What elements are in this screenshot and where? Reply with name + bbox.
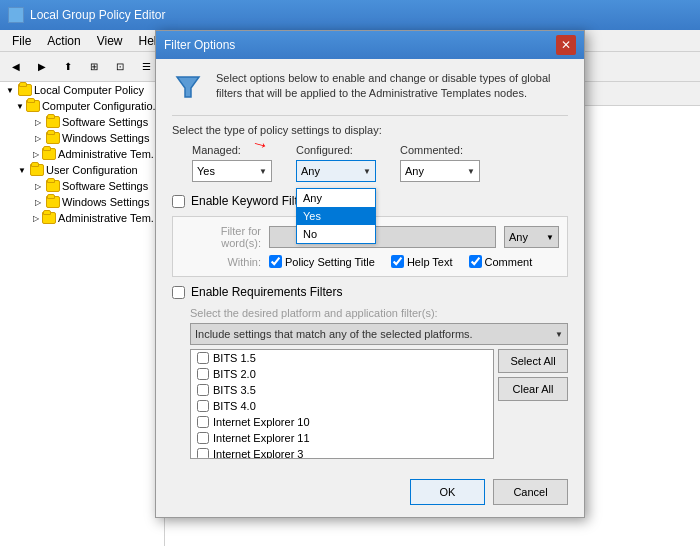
dialog-titlebar: Filter Options ✕ bbox=[156, 31, 584, 59]
list-item[interactable]: BITS 4.0 bbox=[191, 398, 493, 414]
sidebar-item-user-software[interactable]: ▷ Software Settings bbox=[0, 178, 164, 194]
commented-col: Commented: Any ▼ bbox=[400, 144, 480, 182]
dialog-body: Select options below to enable and chang… bbox=[156, 59, 584, 471]
comment-checkbox[interactable] bbox=[469, 255, 482, 268]
platform-name: BITS 2.0 bbox=[213, 368, 256, 380]
ok-button[interactable]: OK bbox=[410, 479, 485, 505]
filter-options-dialog: Filter Options ✕ Select options below to… bbox=[155, 30, 585, 518]
commented-value: Any bbox=[405, 165, 424, 177]
platform-name: Internet Explorer 11 bbox=[213, 432, 310, 444]
sidebar-item-computer-config[interactable]: ▼ Computer Configuratio... bbox=[0, 98, 164, 114]
expand-icon: ▼ bbox=[16, 164, 28, 176]
requirements-section: Enable Requirements Filters Select the d… bbox=[172, 285, 568, 459]
platform-dropdown-value: Include settings that match any of the s… bbox=[195, 328, 473, 340]
sidebar-item-admin-temp[interactable]: ▷ Administrative Tem... bbox=[0, 146, 164, 162]
keyword-checkbox[interactable] bbox=[172, 195, 185, 208]
configured-select[interactable]: Any ▼ bbox=[296, 160, 376, 182]
platform-dropdown-arrow: ▼ bbox=[555, 330, 563, 339]
sidebar: ▼ Local Computer Policy ▼ Computer Confi… bbox=[0, 82, 165, 546]
commented-select[interactable]: Any ▼ bbox=[400, 160, 480, 182]
platform-check[interactable] bbox=[197, 384, 209, 396]
managed-arrow: ▼ bbox=[259, 167, 267, 176]
toolbar-btn1[interactable]: ⊞ bbox=[82, 56, 106, 78]
toolbar-up[interactable]: ⬆ bbox=[56, 56, 80, 78]
menu-file[interactable]: File bbox=[4, 32, 39, 50]
requirements-checkbox[interactable] bbox=[172, 286, 185, 299]
dialog-close-button[interactable]: ✕ bbox=[556, 35, 576, 55]
expand-icon: ▼ bbox=[4, 84, 16, 96]
commented-label: Commented: bbox=[400, 144, 480, 156]
cancel-button[interactable]: Cancel bbox=[493, 479, 568, 505]
configured-dropdown: Any Yes No bbox=[296, 188, 376, 244]
comment-label: Comment bbox=[485, 256, 533, 268]
svg-marker-0 bbox=[177, 77, 199, 97]
sidebar-item-local-computer[interactable]: ▼ Local Computer Policy bbox=[0, 82, 164, 98]
sidebar-label: Software Settings bbox=[62, 116, 148, 128]
help-text-check-label: Help Text bbox=[391, 255, 453, 268]
toolbar-forward[interactable]: ▶ bbox=[30, 56, 54, 78]
dropdown-any[interactable]: Any bbox=[297, 189, 375, 207]
sidebar-item-user-windows[interactable]: ▷ Windows Settings bbox=[0, 194, 164, 210]
managed-col: Managed: Yes ▼ bbox=[192, 144, 272, 182]
expand-icon: ▷ bbox=[32, 212, 40, 224]
clear-all-button[interactable]: Clear All bbox=[498, 377, 568, 401]
list-item[interactable]: BITS 1.5 bbox=[191, 350, 493, 366]
menu-view[interactable]: View bbox=[89, 32, 131, 50]
expand-icon: ▷ bbox=[32, 180, 44, 192]
funnel-icon bbox=[174, 73, 202, 101]
platform-check[interactable] bbox=[197, 432, 209, 444]
list-item[interactable]: Internet Explorer 10 bbox=[191, 414, 493, 430]
separator1 bbox=[172, 115, 568, 116]
within-label: Within: bbox=[181, 256, 261, 268]
expand-icon: ▷ bbox=[32, 132, 44, 144]
list-item[interactable]: Internet Explorer 11 bbox=[191, 430, 493, 446]
dialog-title-group: Filter Options bbox=[164, 38, 235, 52]
dialog-description: Select options below to enable and chang… bbox=[216, 71, 568, 102]
policy-title-checkbox[interactable] bbox=[269, 255, 282, 268]
sidebar-item-user-admin[interactable]: ▷ Administrative Tem... bbox=[0, 210, 164, 226]
sidebar-label: User Configuration bbox=[46, 164, 138, 176]
list-item[interactable]: BITS 3.5 bbox=[191, 382, 493, 398]
requirements-checkbox-label: Enable Requirements Filters bbox=[191, 285, 342, 299]
platform-check[interactable] bbox=[197, 448, 209, 459]
managed-select[interactable]: Yes ▼ bbox=[192, 160, 272, 182]
keyword-any-value: Any bbox=[509, 231, 528, 243]
platform-check[interactable] bbox=[197, 352, 209, 364]
keyword-any-select[interactable]: Any ▼ bbox=[504, 226, 559, 248]
platform-check[interactable] bbox=[197, 400, 209, 412]
bg-titlebar: Local Group Policy Editor bbox=[0, 0, 700, 30]
dropdown-no[interactable]: No bbox=[297, 225, 375, 243]
toolbar-back[interactable]: ◀ bbox=[4, 56, 28, 78]
within-row: Within: Policy Setting Title Help Text C… bbox=[181, 255, 559, 268]
sidebar-label: Administrative Tem... bbox=[58, 212, 160, 224]
dropdown-yes[interactable]: Yes bbox=[297, 207, 375, 225]
filter-row: Managed: Yes ▼ Configured: Any ▼ Any Yes… bbox=[192, 144, 568, 182]
select-all-button[interactable]: Select All bbox=[498, 349, 568, 373]
folder-icon bbox=[46, 116, 60, 128]
folder-icon bbox=[42, 212, 56, 224]
toolbar-btn2[interactable]: ⊡ bbox=[108, 56, 132, 78]
menu-action[interactable]: Action bbox=[39, 32, 88, 50]
help-text-checkbox[interactable] bbox=[391, 255, 404, 268]
policy-title-check-label: Policy Setting Title bbox=[269, 255, 375, 268]
folder-icon bbox=[42, 148, 56, 160]
keyword-any-arrow: ▼ bbox=[546, 233, 554, 242]
list-item[interactable]: Internet Explorer 3 bbox=[191, 446, 493, 459]
platform-name: Internet Explorer 3 bbox=[213, 448, 304, 459]
sidebar-item-software[interactable]: ▷ Software Settings bbox=[0, 114, 164, 130]
platform-select-row: Include settings that match any of the s… bbox=[190, 323, 568, 345]
platform-check[interactable] bbox=[197, 416, 209, 428]
sidebar-label: Administrative Tem... bbox=[58, 148, 160, 160]
platform-dropdown[interactable]: Include settings that match any of the s… bbox=[190, 323, 568, 345]
sidebar-item-windows[interactable]: ▷ Windows Settings bbox=[0, 130, 164, 146]
dialog-title: Filter Options bbox=[164, 38, 235, 52]
platform-check[interactable] bbox=[197, 368, 209, 380]
sidebar-label: Computer Configuratio... bbox=[42, 100, 162, 112]
commented-arrow: ▼ bbox=[467, 167, 475, 176]
folder-icon bbox=[46, 132, 60, 144]
sidebar-item-user-config[interactable]: ▼ User Configuration bbox=[0, 162, 164, 178]
expand-icon: ▷ bbox=[32, 148, 40, 160]
folder-icon bbox=[46, 196, 60, 208]
list-item[interactable]: BITS 2.0 bbox=[191, 366, 493, 382]
platform-name: BITS 3.5 bbox=[213, 384, 256, 396]
